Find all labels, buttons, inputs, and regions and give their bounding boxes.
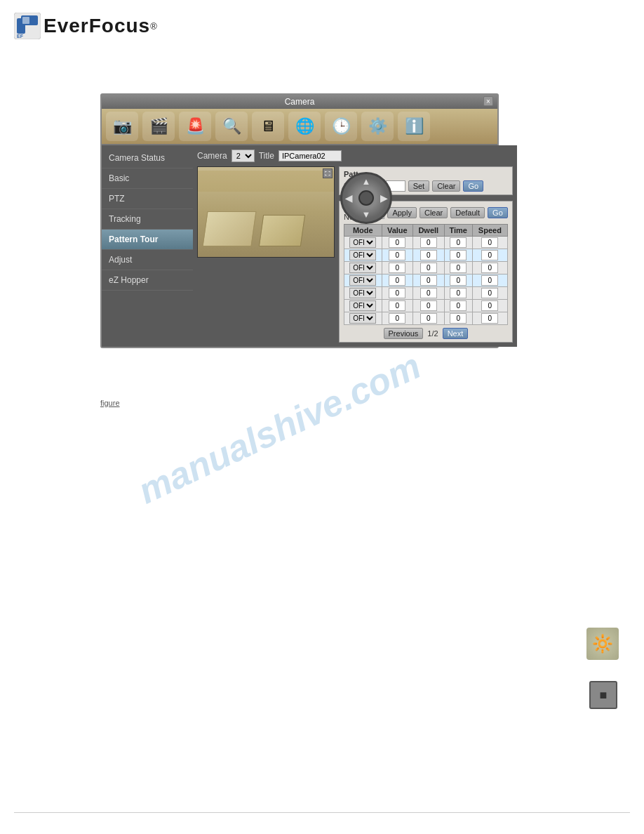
time-input-0[interactable]	[450, 237, 467, 248]
camera-toolbar-icon[interactable]: 📷	[106, 112, 138, 141]
mode-select-1[interactable]: OFFPresetTour	[349, 250, 376, 260]
dwell-input-5[interactable]	[420, 300, 437, 311]
mode-cell-3[interactable]: OFFPresetTour	[344, 274, 382, 287]
sidebar-item-ptz[interactable]: PTZ	[102, 189, 193, 209]
sidebar-item-pattern-tour[interactable]: Pattern Tour	[102, 230, 193, 250]
alarm-toolbar-icon[interactable]: 🚨	[179, 112, 211, 141]
sidebar-item-tracking[interactable]: Tracking	[102, 209, 193, 230]
time-cell-6	[444, 312, 472, 325]
speed-cell-4	[472, 287, 507, 300]
speed-input-0[interactable]	[481, 237, 498, 248]
dwell-input-1[interactable]	[420, 250, 437, 260]
time-input-6[interactable]	[450, 313, 467, 324]
speed-input-3[interactable]	[481, 275, 498, 286]
sidebar-item-basic[interactable]: Basic	[102, 168, 193, 189]
value-cell-6	[382, 312, 413, 325]
value-cell-0	[382, 237, 413, 249]
time-input-3[interactable]	[450, 275, 467, 286]
ptz-center-button[interactable]	[358, 190, 374, 206]
pattern-set-button[interactable]: Set	[408, 180, 430, 192]
value-cell-5	[382, 300, 413, 312]
tour-go-button[interactable]: Go	[488, 207, 508, 218]
value-input-1[interactable]	[389, 250, 405, 260]
value-input-3[interactable]	[389, 275, 405, 286]
pattern-clear-button[interactable]: Clear	[432, 180, 460, 192]
dwell-input-0[interactable]	[420, 237, 437, 248]
value-input-6[interactable]	[389, 313, 405, 324]
next-page-button[interactable]: Next	[443, 328, 469, 339]
close-button[interactable]: ×	[483, 96, 493, 106]
mode-cell-0[interactable]: OFFPresetTour	[344, 237, 382, 249]
pagination-row: Previous 1/2 Next	[344, 328, 508, 339]
value-cell-1	[382, 249, 413, 262]
logo-text: EverFocus	[43, 15, 150, 37]
mode-cell-5[interactable]: OFFPresetTour	[344, 300, 382, 312]
mode-select-5[interactable]: OFFPresetTour	[349, 300, 376, 311]
expand-video-button[interactable]: ⛶	[323, 168, 333, 178]
speed-input-5[interactable]	[481, 300, 498, 311]
time-input-2[interactable]	[450, 263, 467, 273]
ptz-down-arrow[interactable]: ▼	[362, 210, 371, 219]
settings-toolbar-icon[interactable]: ⚙️	[361, 112, 394, 141]
network-toolbar-icon[interactable]: 🌐	[288, 112, 321, 141]
page-info: 1/2	[427, 329, 438, 338]
time-input-5[interactable]	[450, 300, 467, 311]
dwell-input-6[interactable]	[420, 313, 437, 324]
mode-select-0[interactable]: OFFPresetTour	[349, 237, 376, 248]
speed-input-4[interactable]	[481, 288, 498, 298]
mode-select-4[interactable]: OFFPresetTour	[349, 288, 376, 298]
dwell-cell-5	[413, 300, 444, 312]
ptz-left-arrow[interactable]: ◀	[345, 194, 352, 203]
camera-select[interactable]: 2134	[232, 150, 255, 162]
mode-cell-1[interactable]: OFFPresetTour	[344, 249, 382, 262]
tour-clear-button[interactable]: Clear	[420, 207, 448, 218]
toolbar: 📷 🎬 🚨 🔍 🖥 🌐 🕒 ⚙️ ℹ️	[102, 109, 497, 145]
ptz-right-arrow[interactable]: ▶	[380, 194, 387, 203]
time-cell-5	[444, 300, 472, 312]
tour-default-button[interactable]: Default	[450, 207, 485, 218]
pattern-go-button[interactable]: Go	[463, 180, 483, 192]
time-input-4[interactable]	[450, 288, 467, 298]
mode-cell-2[interactable]: OFFPresetTour	[344, 262, 382, 274]
sidebar-item-camera-status[interactable]: Camera Status	[102, 148, 193, 168]
ptz-up-arrow[interactable]: ▲	[362, 177, 371, 186]
main-body: ⛶ ▲ ▼ ◀ ▶ Spe	[197, 166, 513, 343]
dwell-input-2[interactable]	[420, 263, 437, 273]
clock-toolbar-icon[interactable]: 🕒	[325, 112, 357, 141]
time-cell-2	[444, 262, 472, 274]
value-cell-3	[382, 274, 413, 287]
video-toolbar-icon[interactable]: 🎬	[142, 112, 175, 141]
prev-page-button[interactable]: Previous	[384, 328, 424, 339]
mode-select-3[interactable]: OFFPresetTour	[349, 275, 376, 286]
bottom-camera-icon: 🔆	[586, 628, 619, 660]
value-input-0[interactable]	[389, 237, 405, 248]
sidebar-item-ez-hopper[interactable]: eZ Hopper	[102, 270, 193, 291]
search-toolbar-icon[interactable]: 🔍	[215, 112, 248, 141]
speed-input-2[interactable]	[481, 263, 498, 273]
title-input[interactable]	[279, 150, 342, 161]
speed-cell-3	[472, 274, 507, 287]
time-cell-4	[444, 287, 472, 300]
dwell-cell-4	[413, 287, 444, 300]
dwell-input-4[interactable]	[420, 288, 437, 298]
sidebar-item-adjust[interactable]: Adjust	[102, 250, 193, 270]
mode-select-2[interactable]: OFFPresetTour	[349, 263, 376, 273]
dwell-input-3[interactable]	[420, 275, 437, 286]
table-row: OFFPresetTour	[344, 274, 508, 287]
value-input-5[interactable]	[389, 300, 405, 311]
tour-apply-button[interactable]: Apply	[387, 207, 417, 218]
time-input-1[interactable]	[450, 250, 467, 260]
speed-input-1[interactable]	[481, 250, 498, 260]
ptz-ring[interactable]: ▲ ▼ ◀ ▶	[340, 172, 392, 224]
dwell-cell-3	[413, 274, 444, 287]
mode-cell-6[interactable]: OFFPresetTour	[344, 312, 382, 325]
monitor-toolbar-icon[interactable]: 🖥	[252, 112, 284, 141]
value-input-2[interactable]	[389, 263, 405, 273]
table-row: OFFPresetTour	[344, 237, 508, 249]
mode-cell-4[interactable]: OFFPresetTour	[344, 287, 382, 300]
speed-input-6[interactable]	[481, 313, 498, 324]
logo-area: EF EverFocus®	[0, 0, 644, 46]
value-input-4[interactable]	[389, 288, 405, 298]
info-toolbar-icon[interactable]: ℹ️	[398, 112, 430, 141]
mode-select-6[interactable]: OFFPresetTour	[349, 313, 376, 324]
